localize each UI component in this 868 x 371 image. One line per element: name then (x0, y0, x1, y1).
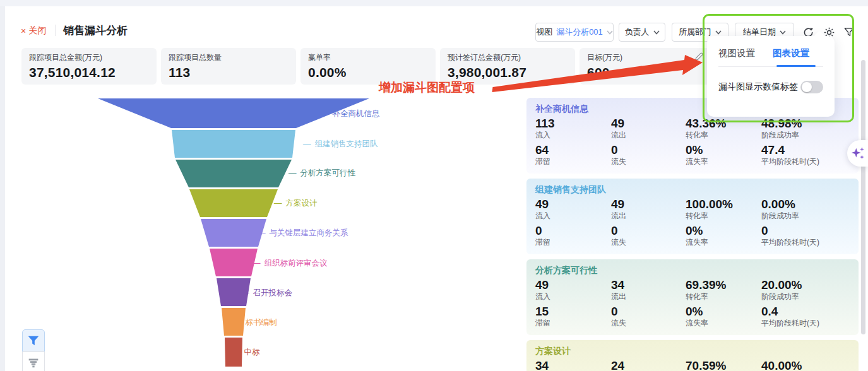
view-value: 漏斗分析001 (556, 26, 603, 38)
kpi-label: 预计签订总金额(万元) (448, 52, 575, 63)
label-text: 召开投标会 (253, 288, 293, 297)
funnel-layered-type-button[interactable] (22, 351, 45, 371)
stat-value: 69.39% (686, 278, 761, 292)
stage-stat-cell: 34流入 (535, 359, 611, 371)
funnel-stage-label: —召开投标会 (241, 288, 292, 298)
funnel-stage-label: —标书编制 (234, 317, 277, 328)
chevron-down-icon (715, 30, 722, 35)
stage-stat-grid: 49流入34流出69.39%转化率20.00%阶段成功率15滞留0流失0%流失率… (535, 278, 850, 328)
stat-label: 转化率 (686, 131, 761, 140)
stat-label: 滞留 (535, 319, 611, 328)
stage-stat-cell: 49流出 (611, 117, 686, 140)
edit-target-icon[interactable] (694, 52, 703, 61)
stage-stat-cell: 34流出 (611, 278, 686, 302)
vertical-scrollbar[interactable] (861, 60, 865, 334)
close-button[interactable]: × 关闭 (21, 25, 46, 37)
toggle-label: 漏斗图显示数值标签 (718, 81, 798, 93)
stage-stat-title: 方案设计 (535, 346, 850, 357)
funnel-solid-type-button[interactable] (22, 329, 45, 352)
stat-value: 0.00% (761, 197, 850, 211)
funnel-stage-label: —分析方案可行性 (288, 168, 355, 179)
label-text: 方案设计 (286, 199, 318, 208)
label-tick: — (253, 259, 261, 268)
stat-label: 流失 (611, 319, 686, 328)
label-text: 组建销售支持团队 (315, 139, 378, 148)
close-label: 关闭 (28, 25, 46, 37)
funnel-stage-label: —组织标前评审会议 (253, 258, 328, 269)
tab-view-settings[interactable]: 视图设置 (718, 47, 755, 61)
filter-icon (843, 26, 855, 38)
stat-value: 113 (535, 117, 611, 131)
stage-stat-cell: 69.39%转化率 (686, 278, 761, 302)
kpi-label: 跟踪项目总数量 (169, 52, 296, 63)
stat-label: 流入 (535, 211, 611, 221)
view-label: 视图 (536, 26, 552, 38)
stage-stat-cell: 0平均阶段耗时(天) (761, 224, 850, 247)
stage-stat-cell: 40.00%阶段成功率 (761, 359, 850, 371)
label-tick: — (303, 139, 311, 148)
stage-stat-cell: 24流出 (611, 359, 686, 371)
stat-value: 34 (611, 278, 686, 292)
label-tick: — (232, 348, 241, 356)
stage-stat-grid: 34流入24流出70.59%转化率40.00%阶段成功率 (535, 359, 850, 371)
funnel-stage-label: —补全商机信息 (321, 109, 380, 119)
funnel-stage-label: —中标 (232, 347, 260, 358)
kpi-label: 跟踪项目总金额(万元) (29, 52, 157, 63)
stat-value: 0% (686, 224, 761, 238)
stage-stat-title: 组建销售支持团队 (535, 184, 850, 196)
stat-label: 阶段成功率 (761, 131, 850, 140)
funnel-segment[interactable] (210, 249, 258, 276)
page-title: 销售漏斗分析 (63, 23, 128, 38)
stat-value: 64 (535, 143, 611, 157)
chevron-down-icon (780, 30, 786, 35)
stat-label: 平均阶段耗时(天) (761, 157, 850, 167)
stage-stat-cell: 0滞留 (535, 224, 611, 247)
stat-label: 流失率 (686, 319, 761, 328)
stat-value: 70.59% (686, 359, 761, 371)
sparkle-icon (851, 146, 865, 161)
department-filter-label: 所属部门 (679, 26, 711, 38)
value-label-toggle[interactable] (800, 81, 823, 93)
stat-value: 0.4 (761, 305, 850, 319)
stage-stat-cell: 0%流失率 (686, 224, 761, 247)
stage-stat-title: 分析方案可行性 (535, 265, 850, 276)
kpi-row: 跟踪项目总金额(万元)37,510,014.12跟踪项目总数量113赢单率0.0… (21, 48, 716, 86)
funnel-stage-label: —方案设计 (274, 198, 318, 209)
stage-stats-panel: 补全商机信息113流入49流出43.36%转化率48.98%阶段成功率64滞留0… (526, 98, 859, 371)
stat-label: 流出 (611, 131, 686, 140)
kpi-value: 600 (587, 65, 715, 80)
page-left-strip (0, 6, 5, 371)
funnel-segment[interactable] (172, 130, 295, 158)
stat-value: 49 (535, 197, 611, 211)
stat-value: 0 (761, 224, 850, 238)
stat-label: 流出 (611, 292, 686, 302)
stage-stat-cell: 0流失 (611, 305, 686, 328)
filter-button[interactable] (840, 23, 858, 41)
stat-label: 转化率 (686, 211, 761, 221)
label-text: 标书编制 (246, 318, 277, 327)
funnel-stage-label: —组建销售支持团队 (303, 139, 378, 150)
funnel-segment[interactable] (189, 189, 278, 217)
owner-filter-dropdown[interactable]: 负责人 (619, 23, 665, 42)
stat-value: 0 (611, 305, 686, 319)
funnel-segment[interactable] (201, 219, 266, 247)
stat-value: 15 (535, 305, 611, 319)
view-select[interactable]: 视图 漏斗分析001 (535, 23, 614, 42)
stage-stat-card: 分析方案可行性49流入34流出69.39%转化率20.00%阶段成功率15滞留0… (526, 259, 859, 335)
label-tick: — (274, 199, 282, 208)
label-text: 组织标前评审会议 (265, 259, 328, 268)
stat-value: 48.98% (761, 117, 850, 131)
stage-stat-cell: 15滞留 (535, 305, 611, 328)
label-tick: — (288, 168, 297, 177)
stat-label: 流失 (611, 157, 686, 167)
label-text: 中标 (244, 348, 260, 356)
stage-stat-card: 方案设计34流入24流出70.59%转化率40.00%阶段成功率 (526, 340, 859, 371)
label-text: 与关键层建立商务关系 (270, 228, 348, 237)
funnel-segment[interactable] (175, 160, 292, 187)
stage-stat-grid: 113流入49流出43.36%转化率48.98%阶段成功率64滞留0流失0%流失… (535, 117, 850, 167)
stat-label: 滞留 (535, 238, 611, 247)
chart-settings-popup: 视图设置 图表设置 漏斗图显示数值标签 (707, 36, 835, 117)
tab-chart-settings[interactable]: 图表设置 (773, 47, 809, 61)
page-top-strip (0, 0, 868, 6)
label-text: 补全商机信息 (333, 109, 380, 118)
